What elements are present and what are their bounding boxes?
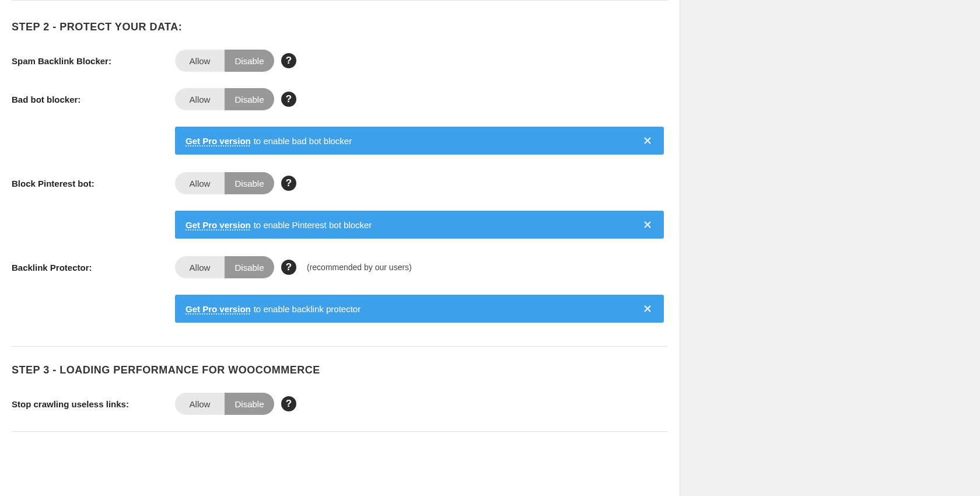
setting-controls: Allow Disable ? (recommended by our user… [175, 256, 412, 278]
toggle-allow-button[interactable]: Allow [175, 88, 225, 110]
toggle-allow-button[interactable]: Allow [175, 50, 225, 72]
notice-text: to enable backlink protector [254, 304, 360, 314]
get-pro-link[interactable]: Get Pro version [186, 136, 251, 146]
section-divider [12, 0, 668, 1]
right-sidebar [680, 0, 980, 496]
setting-row-stop-crawling: Stop crawling useless links: Allow Disab… [12, 393, 668, 415]
setting-label: Backlink Protector: [12, 263, 175, 273]
close-icon[interactable] [642, 303, 653, 315]
section-divider [12, 346, 668, 347]
notice-banner-pinterest: Get Pro version to enable Pinterest bot … [175, 211, 664, 239]
toggle-group-bad-bot: Allow Disable [175, 88, 274, 110]
notice-banner-backlink-protector: Get Pro version to enable backlink prote… [175, 295, 664, 323]
setting-controls: Allow Disable ? [175, 393, 296, 415]
setting-row-bad-bot: Bad bot blocker: Allow Disable ? [12, 88, 668, 110]
toggle-disable-button[interactable]: Disable [225, 393, 274, 415]
toggle-allow-button[interactable]: Allow [175, 172, 225, 194]
help-icon[interactable]: ? [281, 53, 296, 68]
get-pro-link[interactable]: Get Pro version [186, 304, 251, 314]
setting-row-pinterest: Block Pinterest bot: Allow Disable ? [12, 172, 668, 194]
setting-label: Block Pinterest bot: [12, 179, 175, 188]
setting-row-backlink-protector: Backlink Protector: Allow Disable ? (rec… [12, 256, 668, 278]
setting-controls: Allow Disable ? [175, 172, 296, 194]
setting-label: Spam Backlink Blocker: [12, 56, 175, 66]
toggle-disable-button[interactable]: Disable [225, 172, 274, 194]
help-icon[interactable]: ? [281, 396, 296, 411]
setting-controls: Allow Disable ? [175, 88, 296, 110]
toggle-allow-button[interactable]: Allow [175, 256, 225, 278]
main-content: STEP 2 - PROTECT YOUR DATA: Spam Backlin… [0, 0, 680, 496]
setting-row-spam-backlink: Spam Backlink Blocker: Allow Disable ? [12, 50, 668, 72]
toggle-disable-button[interactable]: Disable [225, 256, 274, 278]
toggle-group-spam-backlink: Allow Disable [175, 50, 274, 72]
help-icon[interactable]: ? [281, 92, 296, 107]
recommended-note: (recommended by our users) [307, 263, 412, 272]
setting-label: Bad bot blocker: [12, 95, 175, 104]
toggle-group-backlink-protector: Allow Disable [175, 256, 274, 278]
notice-content: Get Pro version to enable bad bot blocke… [186, 136, 352, 146]
notice-text: to enable Pinterest bot blocker [254, 220, 372, 230]
notice-content: Get Pro version to enable backlink prote… [186, 304, 360, 314]
notice-text: to enable bad bot blocker [254, 136, 352, 146]
toggle-disable-button[interactable]: Disable [225, 88, 274, 110]
setting-label: Stop crawling useless links: [12, 399, 175, 409]
get-pro-link[interactable]: Get Pro version [186, 220, 251, 230]
setting-controls: Allow Disable ? [175, 50, 296, 72]
toggle-group-stop-crawling: Allow Disable [175, 393, 274, 415]
toggle-disable-button[interactable]: Disable [225, 50, 274, 72]
toggle-group-pinterest: Allow Disable [175, 172, 274, 194]
close-icon[interactable] [642, 135, 653, 146]
section-divider [12, 431, 668, 432]
notice-banner-bad-bot: Get Pro version to enable bad bot blocke… [175, 127, 664, 155]
notice-content: Get Pro version to enable Pinterest bot … [186, 220, 372, 230]
step3-heading: STEP 3 - LOADING PERFORMANCE FOR WOOCOMM… [12, 364, 668, 376]
help-icon[interactable]: ? [281, 260, 296, 275]
toggle-allow-button[interactable]: Allow [175, 393, 225, 415]
step2-heading: STEP 2 - PROTECT YOUR DATA: [12, 21, 668, 33]
help-icon[interactable]: ? [281, 176, 296, 191]
close-icon[interactable] [642, 219, 653, 230]
